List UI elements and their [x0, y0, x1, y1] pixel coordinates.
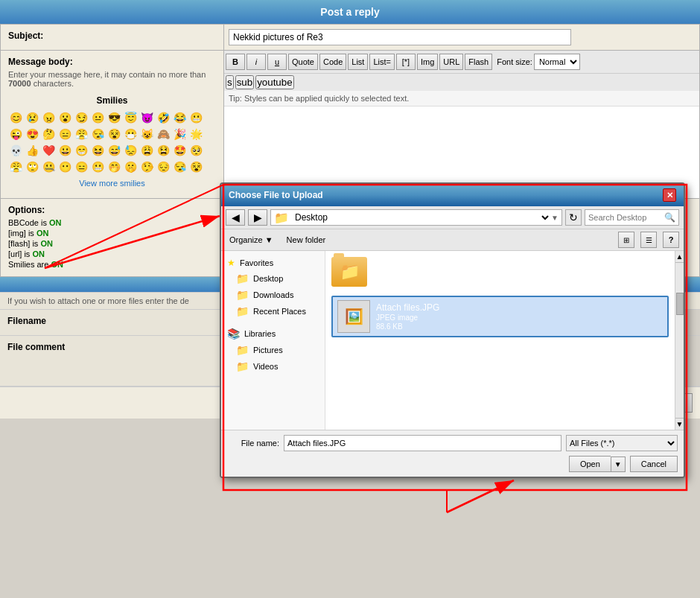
smiley[interactable]: 😂 — [172, 110, 187, 125]
smiley[interactable]: 🌟 — [188, 127, 203, 141]
quote-button[interactable]: Quote — [288, 54, 318, 70]
list-button[interactable]: List — [348, 54, 368, 70]
dialog-close-button[interactable]: ✕ — [663, 188, 676, 202]
smiley[interactable]: 😫 — [156, 143, 171, 158]
smiley[interactable]: 🤥 — [139, 159, 154, 174]
smiley[interactable]: 😈 — [139, 110, 154, 125]
smiley[interactable]: 👍 — [25, 143, 39, 158]
smiley[interactable]: 😆 — [90, 143, 105, 158]
refresh-button[interactable]: ↻ — [565, 209, 582, 226]
list-ordered-button[interactable]: List= — [369, 54, 395, 70]
smiley[interactable]: 😀 — [57, 143, 72, 158]
smiley[interactable]: 😵 — [106, 127, 121, 141]
dialog-filename-input[interactable] — [284, 435, 561, 451]
flash-button[interactable]: Flash — [465, 54, 492, 70]
smiley[interactable]: 🤐 — [41, 159, 56, 174]
smiley[interactable]: 😮 — [57, 110, 72, 125]
sidebar-videos[interactable]: 📁 Videos — [224, 358, 322, 375]
view-list-button[interactable]: ☰ — [640, 232, 657, 248]
dialog-scrollbar[interactable]: ▲ ▼ — [675, 251, 684, 430]
open-button[interactable]: Open — [569, 456, 611, 472]
special-button[interactable]: [*] — [396, 54, 416, 70]
sidebar-recent-places[interactable]: 📁 Recent Places — [224, 303, 322, 319]
smiley[interactable]: 😑 — [74, 159, 89, 174]
smiley[interactable]: 💀 — [8, 143, 23, 158]
smiley[interactable]: 🤫 — [123, 159, 138, 174]
smiley[interactable]: 😔 — [156, 159, 171, 174]
folder-item[interactable]: 📁 — [331, 257, 669, 287]
underline-button[interactable]: u — [267, 54, 287, 70]
smiley[interactable]: 😍 — [25, 127, 39, 141]
smiley[interactable]: 😐 — [90, 110, 105, 125]
sidebar-downloads[interactable]: 📁 Downloads — [224, 287, 322, 303]
sidebar-pictures[interactable]: 📁 Pictures — [224, 342, 322, 358]
location-dropdown[interactable]: Desktop — [292, 209, 551, 226]
smiley[interactable]: 😇 — [123, 110, 138, 125]
file-thumbnail: 🖼️ — [337, 300, 370, 333]
svg-line-3 — [447, 480, 514, 512]
smiley[interactable]: 😊 — [8, 110, 23, 125]
subject-input[interactable] — [229, 29, 571, 45]
scrollbar-thumb[interactable] — [676, 293, 684, 315]
subscript-button[interactable]: sub — [235, 75, 255, 89]
strikethrough-button[interactable]: s — [226, 75, 234, 89]
open-dropdown-button[interactable]: ▼ — [611, 457, 626, 472]
code-button[interactable]: Code — [319, 54, 346, 70]
img-button[interactable]: Img — [417, 54, 438, 70]
sidebar-libraries[interactable]: 📚 Libraries — [224, 325, 322, 342]
smiley[interactable]: 🙄 — [25, 159, 39, 174]
smiley[interactable]: 😓 — [123, 143, 138, 158]
smiley[interactable]: 🙈 — [156, 127, 171, 141]
youtube-button[interactable]: youtube — [255, 75, 293, 89]
smiley[interactable]: 😵 — [188, 159, 203, 174]
smiley[interactable]: 😜 — [8, 127, 23, 141]
smiley[interactable]: 😪 — [172, 159, 187, 174]
smiley[interactable]: 😶 — [57, 159, 72, 174]
smiley[interactable]: 🎉 — [172, 127, 187, 141]
smiley[interactable]: ❤️ — [41, 143, 56, 158]
search-input[interactable] — [588, 213, 663, 222]
view-more-smilies-link[interactable]: View more smilies — [8, 179, 216, 188]
dialog-filetype-select[interactable]: All Files (*.*) — [566, 435, 678, 451]
smiley[interactable]: 😬 — [90, 159, 105, 174]
forward-button[interactable]: ▶ — [248, 209, 267, 226]
location-folder-icon: 📁 — [274, 211, 289, 225]
smiley[interactable]: 😎 — [106, 110, 121, 125]
search-bar: 🔍 — [585, 209, 679, 226]
smiley[interactable]: 🤩 — [172, 143, 187, 158]
scroll-up-button[interactable]: ▲ — [675, 251, 684, 263]
smiley[interactable]: 😤 — [8, 159, 23, 174]
smiley[interactable]: 🤭 — [106, 159, 121, 174]
smiley[interactable]: 😢 — [25, 110, 39, 125]
url-button[interactable]: URL — [439, 54, 463, 70]
libraries-label: Libraries — [244, 329, 276, 338]
smiley[interactable]: 😅 — [106, 143, 121, 158]
smiley[interactable]: 😤 — [74, 127, 89, 141]
smiley[interactable]: 😩 — [139, 143, 154, 158]
smiley[interactable]: 😬 — [188, 110, 203, 125]
help-button[interactable]: ? — [663, 232, 679, 248]
smiley[interactable]: 🤔 — [41, 127, 56, 141]
smiley[interactable]: 🤣 — [156, 110, 171, 125]
sidebar-desktop[interactable]: 📁 Desktop — [224, 270, 322, 287]
dialog-footer: File name: All Files (*.*) Open ▼ Cancel — [221, 430, 684, 477]
font-size-select[interactable]: Normal — [534, 54, 580, 70]
bold-button[interactable]: B — [226, 54, 245, 70]
smiley[interactable]: 😠 — [41, 110, 56, 125]
back-button[interactable]: ◀ — [226, 209, 245, 226]
smiley[interactable]: 😷 — [123, 127, 138, 141]
smiley[interactable]: 😁 — [74, 143, 89, 158]
dialog-cancel-button[interactable]: Cancel — [630, 456, 678, 472]
scroll-down-button[interactable]: ▼ — [675, 418, 684, 430]
new-folder-button[interactable]: New folder — [283, 233, 330, 246]
smiley[interactable]: 😺 — [139, 127, 154, 141]
italic-button[interactable]: i — [246, 54, 266, 70]
smiley[interactable]: 😏 — [74, 110, 89, 125]
view-options-button[interactable]: ⊞ — [618, 232, 634, 248]
organize-button[interactable]: Organize ▼ — [226, 233, 277, 246]
smiley[interactable]: 🥺 — [188, 143, 203, 158]
smiley[interactable]: 😑 — [57, 127, 72, 141]
folder-thumb: 📁 — [331, 257, 367, 287]
file-item-attach[interactable]: 🖼️ Attach files.JPG JPEG image 88.6 KB — [331, 296, 669, 337]
smiley[interactable]: 😪 — [90, 127, 105, 141]
